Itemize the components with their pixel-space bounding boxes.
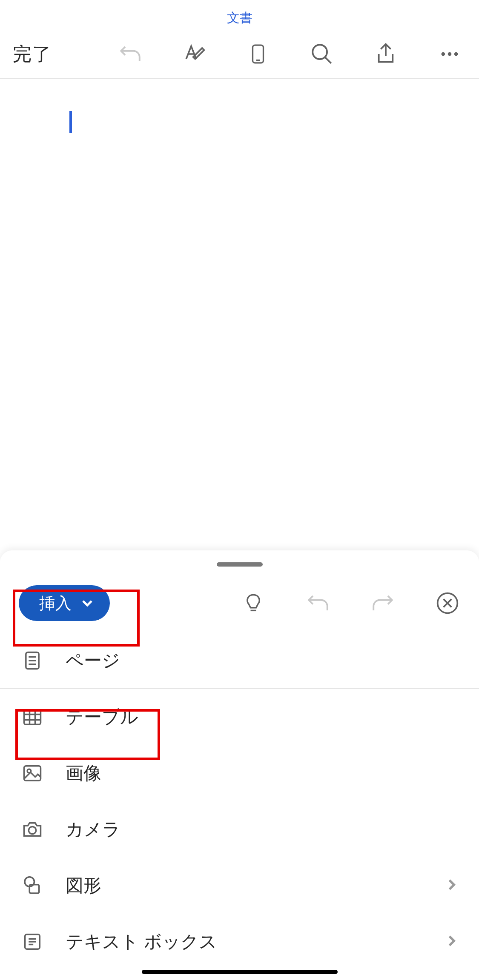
menu-item-table[interactable]: テーブル: [0, 689, 479, 745]
share-icon[interactable]: [373, 42, 398, 66]
menu-label: カメラ: [66, 818, 120, 841]
chevron-right-icon: [445, 875, 459, 896]
menu-item-page[interactable]: ページ: [0, 633, 479, 689]
shapes-icon: [20, 874, 44, 897]
document-canvas[interactable]: [0, 79, 479, 550]
menu-label: 図形: [66, 874, 101, 897]
done-button[interactable]: 完了: [13, 42, 52, 67]
menu-label: テキスト ボックス: [66, 930, 217, 954]
chevron-right-icon: [445, 932, 459, 952]
mobile-view-icon[interactable]: [246, 42, 270, 66]
menu-item-camera[interactable]: カメラ: [0, 801, 479, 858]
lightbulb-icon[interactable]: [241, 590, 266, 616]
close-panel-icon[interactable]: [435, 590, 460, 616]
search-icon[interactable]: [310, 42, 334, 66]
home-indicator[interactable]: [142, 970, 338, 974]
insert-menu: ページ テーブル 画像 カメラ 図形: [0, 633, 479, 970]
svg-point-2: [313, 45, 327, 59]
camera-icon: [20, 818, 44, 841]
text-cursor: [69, 111, 72, 133]
svg-line-3: [325, 57, 331, 63]
menu-item-shapes[interactable]: 図形: [0, 858, 479, 914]
menu-item-textbox[interactable]: テキスト ボックス: [0, 914, 479, 970]
insert-panel: 挿入 ページ: [0, 550, 479, 980]
svg-point-6: [454, 52, 458, 56]
insert-dropdown[interactable]: 挿入: [19, 585, 110, 621]
insert-label: 挿入: [39, 593, 72, 614]
svg-point-20: [29, 827, 36, 834]
undo-icon[interactable]: [118, 42, 143, 66]
panel-redo-icon[interactable]: [370, 590, 396, 616]
svg-point-5: [448, 52, 452, 56]
page-icon: [20, 649, 44, 672]
menu-label: ページ: [66, 649, 120, 672]
menu-item-image[interactable]: 画像: [0, 745, 479, 801]
panel-undo-icon[interactable]: [305, 590, 331, 616]
menu-label: 画像: [66, 761, 101, 785]
text-format-icon[interactable]: [182, 42, 207, 66]
panel-drag-handle[interactable]: [217, 562, 263, 567]
image-icon: [20, 761, 44, 785]
textbox-icon: [20, 930, 44, 954]
more-icon[interactable]: [437, 42, 462, 66]
menu-label: テーブル: [66, 705, 138, 729]
svg-point-4: [442, 52, 445, 56]
svg-rect-13: [24, 710, 41, 725]
top-toolbar: 完了: [0, 30, 479, 79]
table-icon: [20, 705, 44, 729]
document-title: 文書: [0, 0, 479, 30]
